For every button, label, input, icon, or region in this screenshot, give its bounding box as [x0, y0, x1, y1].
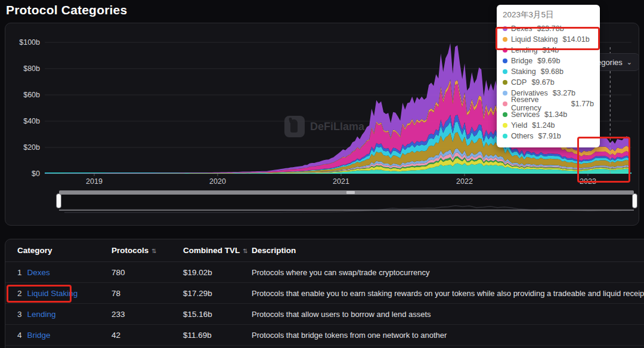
category-description: Protocols that bridge tokens from one ne…: [252, 331, 644, 340]
y-axis-tick-label: $0: [32, 170, 40, 178]
x-axis-tick-label: 2020: [209, 177, 226, 186]
table-header-row: Category Protocols⇅ Combined TVL⇅ Descri…: [5, 239, 644, 262]
x-axis-tick-label: 2021: [333, 177, 349, 186]
protocols-count: 233: [112, 310, 183, 319]
table-row-dexes: 1Dexes780$19.02bProtocols where you can …: [5, 262, 644, 283]
column-header-description: Description: [252, 246, 644, 255]
tooltip-item-value: $9.67b: [531, 78, 554, 87]
category-link[interactable]: Lending: [27, 310, 56, 319]
tooltip-item-value: $1.77b: [571, 100, 594, 108]
tooltip-date: 2023年3月5日: [503, 10, 594, 20]
brush-bottom-rail: [59, 210, 634, 211]
tooltip-item-name: Staking: [511, 67, 536, 76]
x-axis-tick-label: 2022: [456, 177, 473, 186]
y-axis-tick-label: $20b: [23, 143, 40, 152]
tooltip-item-value: $1.34b: [544, 110, 567, 119]
protocols-count: 42: [112, 331, 183, 340]
combined-tvl: $15.16b: [183, 310, 252, 319]
tooltip-item-value: $1.24b: [532, 121, 555, 130]
protocols-count: 780: [112, 268, 183, 277]
tooltip-item-services: Services$1.34b: [503, 109, 594, 120]
defillama-llama-icon: [284, 116, 305, 137]
tooltip-item-name: CDP: [511, 78, 527, 87]
combined-tvl: $11.69b: [183, 331, 252, 340]
tooltip-item-staking: Staking$9.68b: [503, 66, 594, 77]
tooltip-item-reserve-currency: Reserve Currency$1.77b: [503, 98, 594, 109]
chart-tooltip: 2023年3月5日 Dexes$23.78bLiquid Staking$14.…: [497, 5, 600, 147]
series-color-dot-icon: [503, 101, 507, 106]
column-header-category: Category: [17, 246, 112, 255]
combined-tvl: $17.29b: [183, 289, 252, 298]
y-axis-tick-label: $100b: [19, 38, 40, 47]
category-link[interactable]: Bridge: [27, 331, 51, 340]
tooltip-item-name: Bridge: [511, 57, 532, 65]
chevron-down-icon: ⌄: [627, 58, 632, 66]
tooltip-item-value: $7.91b: [538, 132, 561, 140]
category-link[interactable]: Dexes: [27, 268, 50, 277]
y-axis-tick-label: $80b: [23, 64, 40, 73]
table-row-bridge: 4Bridge42$11.69bProtocols that bridge to…: [5, 325, 644, 346]
series-color-dot-icon: [503, 58, 507, 63]
tooltip-item-yield: Yield$1.24b: [503, 120, 594, 131]
annotation-box-chart-2023: [577, 137, 630, 183]
table-row-lending: 3Lending233$15.16bProtocols that allow u…: [5, 304, 644, 325]
series-color-dot-icon: [503, 123, 507, 128]
annotation-box-table-liquid-staking: [7, 285, 72, 303]
y-axis-tick-label: $40b: [23, 117, 40, 125]
sort-icon: ⇅: [243, 248, 247, 254]
table-row-liquid-staking: 2Liquid Staking78$17.29bProtocols that e…: [5, 283, 644, 304]
x-axis-tick-label: 2019: [86, 177, 103, 186]
brush-grip-icon[interactable]: [346, 191, 355, 194]
brush-right-handle[interactable]: [632, 193, 637, 208]
tooltip-item-bridge: Bridge$9.69b: [503, 56, 594, 66]
row-rank: 3: [17, 310, 22, 319]
brush-top-rail[interactable]: [59, 190, 634, 195]
brush-window[interactable]: [59, 195, 634, 208]
category-description: Protocols that allow users to borrow and…: [252, 310, 644, 319]
tooltip-item-cdp: CDP$9.67b: [503, 77, 594, 88]
series-color-dot-icon: [503, 91, 507, 96]
sort-icon: ⇅: [151, 248, 156, 254]
defillama-watermark: DeFiLlama: [284, 116, 364, 137]
category-description: Protocols that enable you to earn stakin…: [252, 289, 644, 298]
brush-left-handle[interactable]: [56, 193, 61, 208]
brush-minimap: [64, 201, 637, 214]
tooltip-item-value: $9.69b: [537, 57, 560, 65]
series-color-dot-icon: [503, 134, 507, 138]
category-description: Protocols where you can swap/trade crypt…: [252, 268, 644, 277]
row-rank: 4: [17, 331, 22, 340]
time-range-brush[interactable]: [54, 190, 637, 211]
tooltip-item-name: Others: [511, 132, 534, 140]
series-color-dot-icon: [503, 69, 507, 74]
column-header-combined-tvl[interactable]: Combined TVL⇅: [183, 246, 252, 255]
row-rank: 1: [17, 268, 22, 277]
page-title: Protocol Categories: [6, 3, 127, 17]
column-header-protocols[interactable]: Protocols⇅: [112, 246, 183, 255]
y-axis-tick-label: $60b: [23, 91, 40, 99]
tooltip-item-name: Yield: [511, 121, 527, 130]
categories-table: Category Protocols⇅ Combined TVL⇅ Descri…: [5, 239, 644, 348]
series-color-dot-icon: [503, 80, 507, 85]
annotation-box-tooltip-liquid-staking: [496, 27, 600, 50]
tooltip-item-name: Services: [511, 110, 540, 119]
tooltip-item-value: $9.68b: [541, 67, 564, 76]
combined-tvl: $19.02b: [183, 268, 252, 277]
protocols-count: 78: [112, 289, 183, 298]
tooltip-item-name: Reserve Currency: [511, 96, 566, 112]
series-color-dot-icon: [503, 112, 507, 117]
